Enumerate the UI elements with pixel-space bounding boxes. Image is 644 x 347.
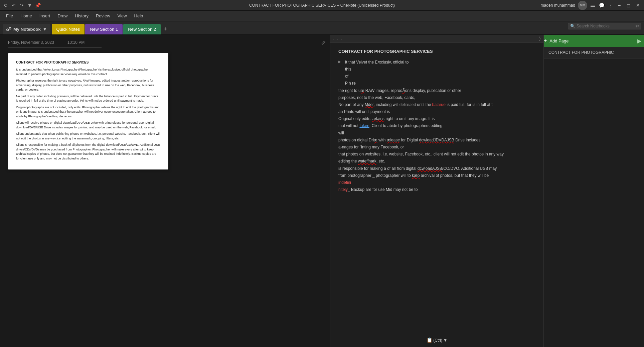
search-input[interactable]	[577, 24, 635, 28]
editor-line-5: purposes, not to the web, Facebook, card…	[338, 95, 535, 101]
pin-icon[interactable]: 📌	[35, 2, 41, 8]
window-title: CONTRACT FOR PHOTOGRAPHIC SERVICES – One…	[249, 3, 395, 8]
ctrl-chevron: ▼	[443, 338, 447, 343]
redo-icon[interactable]: ↷	[19, 2, 25, 8]
toolbar-dots: · · ·	[333, 36, 343, 41]
editor-line-2: of	[338, 73, 535, 80]
center-panel: · · · 〉 CONTRACT FOR PHOTOGRAPHIC SERVIC…	[330, 35, 544, 347]
maximize-button[interactable]: ◻	[625, 2, 632, 9]
titlebar: ↻ ↶ ↷ ▼ 📌 CONTRACT FOR PHOTOGRAPHIC SERV…	[0, 0, 644, 11]
user-avatar: MM	[578, 1, 587, 10]
username: madeh muhammad	[541, 3, 575, 8]
tab-section2[interactable]: New Section 2	[123, 24, 161, 34]
tab-section1-label: New Section 1	[90, 27, 118, 32]
add-page-button[interactable]: + Add Page ▶	[544, 35, 644, 47]
ctrl-popup: 📋 (Ctrl) ▼	[427, 336, 447, 344]
doc-para-1: Photographer reserves the right to use n…	[16, 79, 160, 92]
search-settings-icon: ⚙	[635, 24, 639, 28]
editor-line-13: that photos on websites, i.e. website, F…	[338, 151, 535, 157]
search-icon: 🔍	[570, 24, 575, 28]
document-card[interactable]: CONTRACT FOR PHOTOGRAPHIC SERVICES It is…	[8, 53, 168, 169]
editor-line-8: Original only edits. ætains right to omi…	[338, 116, 535, 122]
add-page-label: Add Page	[549, 38, 569, 43]
page-meta: Friday, November 3, 2023 10:10 PM	[8, 40, 102, 48]
right-panel: + Add Page ▶ CONTRACT FOR PHOTOGRAPHIC	[544, 35, 644, 347]
back-icon[interactable]: ↻	[3, 2, 9, 8]
undo-icon[interactable]: ↶	[11, 2, 17, 8]
share-icon[interactable]: ⋮	[607, 2, 613, 8]
tab-quicknotes-label: Quick Notes	[56, 27, 80, 32]
search-notebooks[interactable]: 🔍 ⚙	[568, 23, 641, 29]
editor-line-1: this	[338, 66, 535, 73]
menu-file[interactable]: File	[3, 12, 16, 20]
tabbar: ☍ My Notebook ▼ Quick Notes New Section …	[0, 21, 644, 35]
minimize-button[interactable]: −	[616, 2, 623, 9]
menu-home[interactable]: Home	[17, 12, 35, 20]
doc-para-6: Client is responsible for making a back …	[16, 143, 160, 161]
editor-title: CONTRACT FOR PHOTOGRAPHIC SERVICES	[338, 48, 535, 55]
add-page-settings-icon[interactable]: ▶	[637, 38, 641, 44]
bullet-icon: ▶	[338, 59, 341, 66]
tab-section1[interactable]: New Section 1	[85, 24, 123, 34]
notebook-name: My Notebook	[13, 27, 41, 32]
comment-icon[interactable]: 💬	[599, 2, 605, 8]
ctrl-label: (Ctrl)	[433, 338, 442, 343]
editor-toolbar: · · · 〉	[330, 35, 543, 43]
document-title: CONTRACT FOR PHOTOGRAPHIC SERVICES	[16, 60, 160, 65]
doc-para-0: It is understood that Velvet Lotus Photo…	[16, 68, 160, 77]
titlebar-left: ↻ ↶ ↷ ▼ 📌	[3, 2, 41, 8]
editor-line-7: an Prints will until payment is	[338, 109, 535, 115]
notebook-chevron: ▼	[43, 27, 47, 32]
clipboard-icon: 📋	[427, 337, 432, 343]
editor-line-18: nitely_ Backup are for use Mid may not b…	[338, 187, 535, 193]
doc-para-5: Client understands that when publishing …	[16, 132, 160, 141]
main-area: ⇗ Friday, November 3, 2023 10:10 PM CONT…	[0, 35, 644, 347]
page-date: Friday, November 3, 2023	[8, 40, 54, 45]
editor-line-3: P h re	[338, 80, 535, 87]
toolbar-collapse-icon[interactable]: 〉	[539, 36, 541, 41]
editor-line-10: will	[338, 130, 535, 136]
notebook-icon[interactable]: ▬	[590, 2, 596, 8]
page-time: 10:10 PM	[67, 40, 85, 45]
expand-button[interactable]: ⇗	[321, 39, 326, 46]
menu-view[interactable]: View	[114, 12, 130, 20]
menu-history[interactable]: History	[72, 12, 92, 20]
editor-line-17: indefini	[338, 180, 535, 186]
more-icon[interactable]: ▼	[27, 2, 33, 8]
doc-para-3: Original photographs are not included, o…	[16, 105, 160, 119]
editor-line-0: ▶ It that Velvet the E•xclusiv, official…	[338, 59, 535, 66]
menu-insert[interactable]: Insert	[36, 12, 54, 20]
menubar: File Home Insert Draw History Review Vie…	[0, 11, 644, 21]
editor-line-12: a-nages for "inting may Facebook, or	[338, 144, 535, 150]
notebook-icon: ☍	[6, 26, 11, 32]
add-section-button[interactable]: +	[161, 24, 170, 34]
doc-para-2: No part of any order, including previews…	[16, 94, 160, 103]
editor-content[interactable]: CONTRACT FOR PHOTOGRAPHIC SERVICES ▶ It …	[330, 43, 543, 347]
editor-line-6: No part of any Mder, including will deli…	[338, 102, 535, 108]
menu-review[interactable]: Review	[93, 12, 114, 20]
page-entry-0[interactable]: CONTRACT FOR PHOTOGRAPHIC	[544, 47, 644, 59]
tab-section2-label: New Section 2	[128, 27, 156, 32]
page-entry-label-0: CONTRACT FOR PHOTOGRAPHIC	[548, 50, 614, 55]
editor-line-14: editing the wateffnark, etc.	[338, 158, 535, 164]
titlebar-right: madeh muhammad MM ▬ 💬 ⋮ − ◻ ✕	[541, 1, 641, 10]
left-panel: ⇗ Friday, November 3, 2023 10:10 PM CONT…	[0, 35, 330, 347]
editor-line-16: from photographer _ photographer will to…	[338, 172, 535, 179]
notebook-selector[interactable]: ☍ My Notebook ▼	[3, 24, 50, 34]
close-button[interactable]: ✕	[635, 2, 641, 9]
doc-para-4: Client will receive photos on digital do…	[16, 121, 160, 130]
tab-quicknotes[interactable]: Quick Notes	[52, 24, 85, 34]
menu-draw[interactable]: Draw	[54, 12, 71, 20]
menu-help[interactable]: Help	[131, 12, 147, 20]
editor-line-11: photos on digital Driæ with ælease for D…	[338, 137, 535, 143]
editor-line-15: is responsible for making a of all from …	[338, 165, 535, 172]
editor-line-9: that will not taken. Client to abide by …	[338, 123, 535, 129]
editor-line-4: the right to uæ RAW images. reprodÃons d…	[338, 88, 535, 94]
plus-icon: +	[544, 38, 547, 44]
